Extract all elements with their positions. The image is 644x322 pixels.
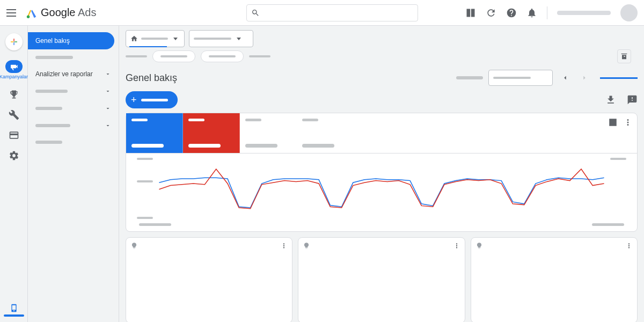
more-icon[interactable] xyxy=(453,242,460,250)
help-icon[interactable] xyxy=(506,8,517,18)
create-button[interactable] xyxy=(5,33,23,50)
separator xyxy=(547,6,547,19)
metric-tile-1[interactable] xyxy=(126,113,183,153)
megaphone-icon xyxy=(10,62,18,71)
refresh-icon[interactable] xyxy=(486,8,496,18)
chevron-down-icon xyxy=(105,122,111,129)
hamburger-menu[interactable] xyxy=(6,6,19,19)
tools-icon[interactable] xyxy=(9,109,19,120)
performance-chart xyxy=(137,159,626,218)
sidebar-item-3[interactable] xyxy=(28,100,119,117)
y-axis-label-left xyxy=(137,180,153,182)
new-button[interactable]: + xyxy=(126,91,178,108)
prev-period[interactable] xyxy=(558,71,572,85)
chevron-down-icon xyxy=(105,88,111,94)
y-axis-label-left xyxy=(137,158,153,160)
rail-campaigns[interactable]: Kampanyalar xyxy=(0,60,28,79)
sidebar-item-insights[interactable]: Analizler ve raporlar xyxy=(28,65,119,83)
archive-button[interactable] xyxy=(617,49,631,63)
insight-card-3 xyxy=(471,237,638,322)
chart-end-label xyxy=(592,223,624,226)
performance-card xyxy=(126,113,638,232)
account-dropdown[interactable] xyxy=(126,30,185,47)
rail-campaigns-label: Kampanyalar xyxy=(0,74,28,79)
chevron-down-icon xyxy=(105,105,111,112)
mobile-icon[interactable] xyxy=(10,304,18,312)
sidebar-placeholder[interactable] xyxy=(35,56,73,59)
scope-dropdown[interactable] xyxy=(189,30,253,47)
search-input[interactable] xyxy=(264,9,413,17)
metric-tile-3[interactable] xyxy=(240,113,297,153)
home-icon xyxy=(130,35,138,42)
google-ads-logo-icon xyxy=(26,7,38,19)
title-placeholder xyxy=(456,76,483,79)
sidebar-item-2[interactable] xyxy=(28,83,119,100)
billing-icon[interactable] xyxy=(9,130,19,141)
search-box[interactable] xyxy=(246,4,418,21)
chevron-down-icon xyxy=(105,71,111,77)
y-axis-label-left xyxy=(137,217,153,219)
metric-tile-2[interactable] xyxy=(183,113,240,153)
svg-point-0 xyxy=(27,15,30,18)
more-icon[interactable] xyxy=(280,242,288,250)
appearance-icon[interactable] xyxy=(465,8,476,18)
product-name-light: Ads xyxy=(78,6,96,18)
filter-chip-placeholder xyxy=(126,55,147,57)
y-axis-label-right xyxy=(610,158,626,160)
bulb-icon xyxy=(130,242,138,250)
account-label-placeholder xyxy=(557,11,611,15)
page-title: Genel bakış xyxy=(126,72,177,84)
sidebar-placeholder[interactable] xyxy=(35,141,62,144)
notifications-icon[interactable] xyxy=(526,8,537,18)
download-icon[interactable] xyxy=(605,94,616,105)
sidebar-insights-label: Analizler ve raporlar xyxy=(35,70,93,78)
more-icon[interactable] xyxy=(625,242,633,250)
avatar[interactable] xyxy=(620,4,638,21)
settings-icon[interactable] xyxy=(9,150,19,161)
sidebar-item-overview[interactable]: Genel bakış xyxy=(28,32,114,49)
sidebar-item-4[interactable] xyxy=(28,117,119,134)
product-logo: Google Ads xyxy=(26,6,96,19)
active-indicator xyxy=(600,77,638,79)
metric-tile-4[interactable] xyxy=(297,113,354,153)
trophy-icon[interactable] xyxy=(9,89,19,100)
insight-card-1 xyxy=(126,237,292,322)
bulb-icon xyxy=(303,242,310,250)
filter-chip[interactable] xyxy=(201,50,244,62)
chart-start-label xyxy=(139,223,171,226)
next-period[interactable] xyxy=(577,71,591,85)
bulb-icon xyxy=(475,242,483,250)
filter-chip-placeholder xyxy=(249,55,270,57)
feedback-icon[interactable] xyxy=(627,94,638,105)
product-name-bold: Google xyxy=(41,6,76,18)
sidebar-overview-label: Genel bakış xyxy=(35,37,70,45)
rail-bottom-placeholder xyxy=(4,314,24,317)
chart-settings-icon[interactable] xyxy=(608,118,618,127)
search-icon xyxy=(251,9,260,17)
filter-chip[interactable] xyxy=(152,50,195,62)
insight-card-2 xyxy=(298,237,465,322)
date-range-dropdown[interactable] xyxy=(488,70,553,86)
archive-icon xyxy=(620,52,628,61)
more-icon[interactable] xyxy=(623,118,633,127)
plus-multicolor-icon xyxy=(9,37,19,47)
